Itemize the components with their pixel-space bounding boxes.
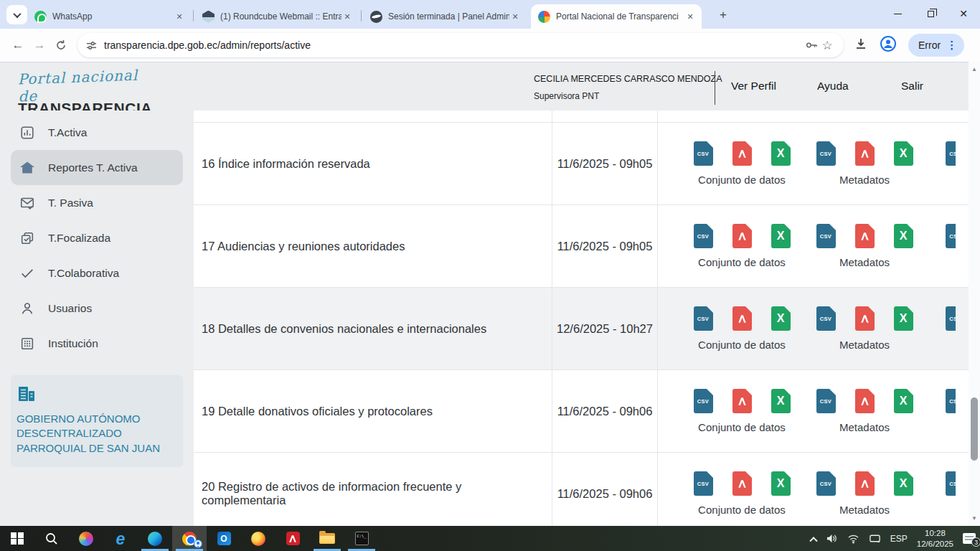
sidebar-item-usuarios[interactable]: Usuarios bbox=[11, 291, 183, 326]
pdf-file-icon[interactable] bbox=[732, 224, 752, 248]
chrome-button[interactable] bbox=[172, 526, 207, 551]
pdf-file-icon[interactable] bbox=[855, 471, 875, 496]
clock[interactable]: 10:28 12/6/2025 bbox=[917, 528, 953, 550]
close-icon[interactable]: ✕ bbox=[174, 11, 185, 22]
close-window-button[interactable]: ✕ bbox=[947, 0, 980, 27]
tab-session[interactable]: Sesión terminada | Panel Admin ✕ bbox=[363, 4, 527, 29]
clipped-csv-icon[interactable]: CSV bbox=[946, 224, 956, 248]
clipped-csv-icon[interactable]: CSV bbox=[946, 471, 956, 496]
csv-file-icon[interactable]: CSV bbox=[694, 306, 713, 331]
sidebar-item-institucion[interactable]: Institución bbox=[11, 326, 183, 361]
tab-whatsapp[interactable]: WhatsApp ✕ bbox=[27, 4, 191, 29]
acrobat-button[interactable] bbox=[275, 526, 310, 551]
downloads-button[interactable] bbox=[854, 37, 868, 54]
sidebar-item-t-activa[interactable]: T.Activa bbox=[11, 115, 183, 150]
dataset-downloads[interactable]: CSV X Conjunto de datos bbox=[681, 224, 803, 268]
pdf-file-icon[interactable] bbox=[732, 471, 752, 496]
passwords-button[interactable] bbox=[804, 39, 819, 52]
volume-button[interactable] bbox=[826, 533, 838, 544]
excel-file-icon[interactable]: X bbox=[894, 306, 913, 331]
restore-button[interactable] bbox=[914, 0, 947, 27]
pdf-file-icon[interactable] bbox=[732, 389, 752, 413]
help-link[interactable]: Ayuda bbox=[817, 80, 849, 93]
excel-file-icon[interactable]: X bbox=[771, 306, 791, 331]
excel-file-icon[interactable]: X bbox=[771, 389, 791, 413]
close-icon[interactable]: ✕ bbox=[684, 11, 696, 22]
excel-file-icon[interactable]: X bbox=[771, 471, 791, 496]
tab-roundcube[interactable]: (1) Roundcube Webmail :: Entra ✕ bbox=[195, 4, 359, 29]
url-text[interactable]: transparencia.dpe.gob.ec/admin/reports/a… bbox=[104, 39, 804, 51]
network-button[interactable] bbox=[847, 534, 859, 544]
sidebar-item-t-focalizada[interactable]: T.Focalizada bbox=[11, 220, 183, 255]
close-icon[interactable]: ✕ bbox=[341, 11, 353, 22]
csv-file-icon[interactable]: CSV bbox=[816, 141, 836, 166]
excel-file-icon[interactable]: X bbox=[894, 389, 913, 413]
pdf-file-icon[interactable] bbox=[855, 224, 875, 248]
edge-button[interactable] bbox=[138, 526, 172, 551]
pdf-file-icon[interactable] bbox=[732, 141, 752, 166]
tray-expand-button[interactable] bbox=[811, 536, 816, 542]
profile-button[interactable] bbox=[880, 35, 897, 55]
csv-file-icon[interactable]: CSV bbox=[816, 306, 836, 331]
pdf-file-icon[interactable] bbox=[732, 306, 752, 331]
metadata-downloads[interactable]: CSV X Metadatos bbox=[814, 141, 915, 186]
sidebar-item-reportes-t-activa[interactable]: Reportes T. Activa bbox=[11, 150, 183, 185]
new-tab-button[interactable]: + bbox=[715, 6, 732, 24]
notification-center-button[interactable]: 3 bbox=[963, 533, 976, 544]
scroll-down-icon[interactable]: ▼ bbox=[969, 515, 980, 522]
metadata-downloads[interactable]: CSV X Metadatos bbox=[814, 389, 915, 433]
csv-file-icon[interactable]: CSV bbox=[694, 389, 713, 413]
firefox-button[interactable] bbox=[241, 526, 275, 551]
tab-portal-active[interactable]: Portal Nacional de Transparenci ✕ bbox=[531, 4, 702, 29]
page-scrollbar[interactable]: ▲ ▼ bbox=[969, 62, 980, 526]
excel-file-icon[interactable]: X bbox=[771, 224, 791, 248]
pdf-file-icon[interactable] bbox=[855, 141, 875, 166]
tab-search-button[interactable] bbox=[6, 5, 27, 24]
clipped-csv-icon[interactable]: CSV bbox=[946, 389, 956, 413]
clipped-csv-icon[interactable]: CSV bbox=[946, 306, 956, 331]
display-connect-button[interactable] bbox=[869, 534, 881, 544]
language-indicator[interactable]: ESP bbox=[890, 534, 908, 544]
pdf-file-icon[interactable] bbox=[855, 306, 875, 331]
excel-file-icon[interactable]: X bbox=[771, 141, 791, 166]
taskbar-search-button[interactable] bbox=[34, 526, 69, 551]
internet-explorer-button[interactable]: e bbox=[103, 526, 138, 551]
clipped-csv-icon[interactable]: CSV bbox=[946, 141, 956, 166]
view-profile-link[interactable]: Ver Perfil bbox=[731, 80, 776, 93]
logout-link[interactable]: Salir bbox=[901, 80, 923, 93]
scrollbar-thumb[interactable] bbox=[971, 397, 978, 461]
dataset-downloads[interactable]: CSV X Conjunto de datos bbox=[681, 389, 803, 433]
sidebar-item-t-pasiva[interactable]: T. Pasiva bbox=[11, 185, 183, 220]
bookmark-button[interactable]: ☆ bbox=[819, 38, 835, 53]
excel-file-icon[interactable]: X bbox=[894, 224, 913, 248]
sync-error-chip[interactable]: Error ⋮ bbox=[908, 34, 964, 57]
pdf-file-icon[interactable] bbox=[855, 389, 875, 413]
sidebar-item-t-colaborativa[interactable]: T.Colaborativa bbox=[11, 255, 183, 291]
menu-kebab-icon[interactable]: ⋮ bbox=[946, 39, 957, 52]
metadata-downloads[interactable]: CSV X Metadatos bbox=[814, 306, 915, 351]
excel-file-icon[interactable]: X bbox=[894, 141, 913, 166]
back-button[interactable]: ← bbox=[7, 34, 29, 56]
institution-card[interactable]: GOBIERNO AUTÓNOMO DESCENTRALIZADO PARROQ… bbox=[11, 375, 183, 467]
dataset-downloads[interactable]: CSV X Conjunto de datos bbox=[681, 471, 803, 516]
csv-file-icon[interactable]: CSV bbox=[694, 224, 713, 248]
minimize-button[interactable] bbox=[881, 0, 914, 27]
metadata-downloads[interactable]: CSV X Metadatos bbox=[814, 224, 915, 268]
scroll-up-icon[interactable]: ▲ bbox=[969, 66, 980, 72]
dataset-downloads[interactable]: CSV X Conjunto de datos bbox=[681, 306, 803, 351]
close-icon[interactable]: ✕ bbox=[509, 11, 521, 22]
excel-file-icon[interactable]: X bbox=[894, 471, 913, 496]
terminal-button[interactable]: C:\_ bbox=[344, 526, 379, 551]
metadata-downloads[interactable]: CSV X Metadatos bbox=[814, 471, 915, 516]
csv-file-icon[interactable]: CSV bbox=[694, 471, 713, 496]
dataset-downloads[interactable]: CSV X Conjunto de datos bbox=[681, 141, 803, 186]
csv-file-icon[interactable]: CSV bbox=[694, 141, 713, 166]
csv-file-icon[interactable]: CSV bbox=[816, 224, 836, 248]
csv-file-icon[interactable]: CSV bbox=[816, 389, 836, 413]
copilot-button[interactable] bbox=[69, 526, 103, 551]
forward-button[interactable]: → bbox=[29, 34, 50, 56]
csv-file-icon[interactable]: CSV bbox=[816, 471, 836, 496]
outlook-button[interactable]: O bbox=[207, 526, 241, 551]
address-bar[interactable]: transparencia.dpe.gob.ec/admin/reports/a… bbox=[77, 33, 844, 57]
reload-button[interactable] bbox=[50, 34, 72, 56]
